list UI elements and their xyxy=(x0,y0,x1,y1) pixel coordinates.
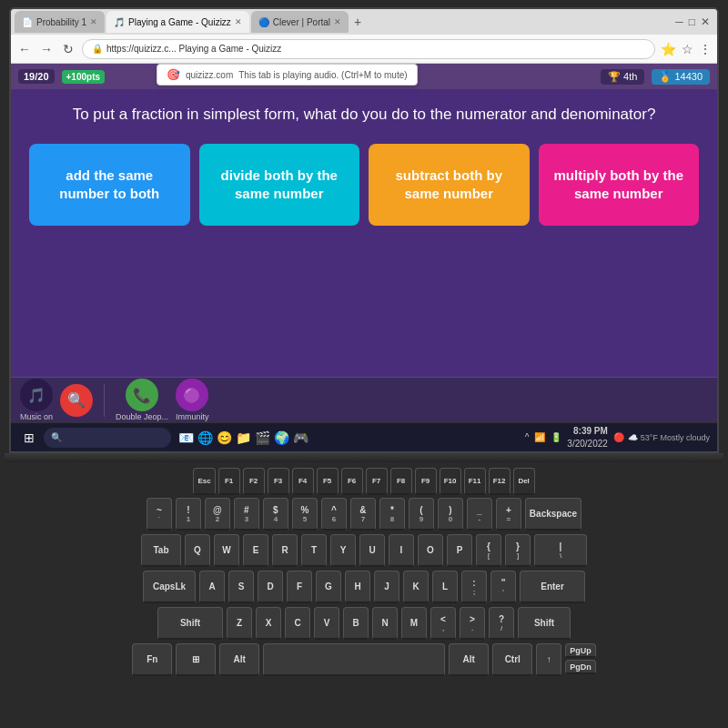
tray-arrow-icon[interactable]: ^ xyxy=(525,432,530,442)
key-r[interactable]: R xyxy=(272,534,298,567)
key-v[interactable]: V xyxy=(314,607,339,640)
key-esc[interactable]: Esc xyxy=(193,468,215,495)
key-shift-left[interactable]: Shift xyxy=(157,607,223,640)
key-p[interactable]: P xyxy=(447,534,472,567)
key-backslash[interactable]: |\ xyxy=(534,534,587,567)
key-alt-left[interactable]: Alt xyxy=(219,643,259,676)
key-e[interactable]: E xyxy=(243,534,268,567)
key-m[interactable]: M xyxy=(401,607,427,640)
key-c[interactable]: C xyxy=(285,607,310,640)
key-4[interactable]: $4 xyxy=(263,498,288,531)
key-tab[interactable]: Tab xyxy=(141,534,181,567)
taskbar-chrome-icon[interactable]: 🌍 xyxy=(274,430,289,445)
minimize-button[interactable]: ─ xyxy=(675,15,683,28)
taskbar-edge-icon[interactable]: 🌐 xyxy=(197,430,213,445)
key-1[interactable]: !1 xyxy=(176,498,201,531)
tab-clever[interactable]: 🔵 Clever | Portal ✕ xyxy=(251,11,349,33)
bookmark-icon[interactable]: ☆ xyxy=(682,42,693,56)
windows-start-button[interactable]: ⊞ xyxy=(18,430,40,445)
search-app-icon[interactable]: 🔍 xyxy=(60,384,93,417)
key-f1[interactable]: F1 xyxy=(218,468,240,495)
answer-card-2[interactable]: divide both by the same number xyxy=(199,144,360,226)
forward-button[interactable]: → xyxy=(38,42,55,56)
key-h[interactable]: H xyxy=(345,571,370,603)
key-g[interactable]: G xyxy=(316,571,341,603)
key-y[interactable]: Y xyxy=(330,534,356,567)
key-del[interactable]: Del xyxy=(513,468,535,495)
key-f11[interactable]: F11 xyxy=(464,468,486,495)
key-enter[interactable]: Enter xyxy=(520,571,585,603)
key-s[interactable]: S xyxy=(228,571,254,603)
taskbar-photos-icon[interactable]: 😊 xyxy=(217,430,232,445)
key-x[interactable]: X xyxy=(256,607,281,640)
key-t[interactable]: T xyxy=(301,534,327,567)
key-5[interactable]: %5 xyxy=(292,498,318,531)
settings-icon[interactable]: ⋮ xyxy=(699,42,712,56)
key-bracket-open[interactable]: {[ xyxy=(476,534,501,567)
music-app-icon[interactable]: 🎵 xyxy=(20,379,53,411)
key-f8[interactable]: F8 xyxy=(390,468,412,495)
key-z[interactable]: Z xyxy=(227,607,252,640)
key-2[interactable]: @2 xyxy=(205,498,230,531)
key-6[interactable]: ^6 xyxy=(321,498,347,531)
key-n[interactable]: N xyxy=(372,607,398,640)
close-button[interactable]: ✕ xyxy=(701,15,710,28)
key-3[interactable]: #3 xyxy=(234,498,259,531)
tab-clever-close[interactable]: ✕ xyxy=(334,17,341,26)
key-comma[interactable]: <, xyxy=(430,607,456,640)
key-9[interactable]: (9 xyxy=(409,498,434,531)
taskbar-media-icon[interactable]: 🎬 xyxy=(255,430,270,445)
taskbar-game-icon[interactable]: 🎮 xyxy=(293,430,308,445)
key-a[interactable]: A xyxy=(199,571,225,603)
key-period[interactable]: >. xyxy=(460,607,485,640)
key-f7[interactable]: F7 xyxy=(366,468,388,495)
key-l[interactable]: L xyxy=(432,571,458,603)
tab-quizizz[interactable]: 🎵 Playing a Game - Quizizz ✕ xyxy=(106,11,249,33)
key-ctrl-right[interactable]: Ctrl xyxy=(492,643,532,676)
key-windows[interactable]: ⊞ xyxy=(176,643,216,676)
key-shift-right[interactable]: Shift xyxy=(518,607,571,640)
key-semicolon[interactable]: :; xyxy=(461,571,487,603)
key-slash[interactable]: ?/ xyxy=(489,607,514,640)
key-f6[interactable]: F6 xyxy=(341,468,363,495)
key-7[interactable]: &7 xyxy=(350,498,376,531)
key-f12[interactable]: F12 xyxy=(489,468,511,495)
key-d[interactable]: D xyxy=(258,571,283,603)
key-f10[interactable]: F10 xyxy=(440,468,461,495)
answer-card-1[interactable]: add the same number to both xyxy=(29,144,190,226)
url-box[interactable]: 🔒 https://quizizz.c... Playing a Game - … xyxy=(82,39,655,59)
key-b[interactable]: B xyxy=(343,607,369,640)
key-alt-right[interactable]: Alt xyxy=(449,643,489,676)
key-fn[interactable]: Fn xyxy=(132,643,172,676)
key-q[interactable]: Q xyxy=(185,534,210,567)
back-button[interactable]: ← xyxy=(16,42,33,56)
new-tab-button[interactable]: + xyxy=(350,15,365,29)
key-minus[interactable]: _- xyxy=(467,498,492,531)
key-space[interactable] xyxy=(263,643,445,676)
key-f2[interactable]: F2 xyxy=(243,468,265,495)
key-w[interactable]: W xyxy=(214,534,239,567)
key-tilde[interactable]: ~` xyxy=(147,498,172,531)
key-bracket-close[interactable]: }] xyxy=(505,534,531,567)
taskbar-mail-icon[interactable]: 📧 xyxy=(178,430,194,445)
answer-card-4[interactable]: multiply both by the same number xyxy=(539,144,700,226)
key-k[interactable]: K xyxy=(403,571,429,603)
notification-icon[interactable]: 🔴 xyxy=(613,432,624,442)
immunity-icon[interactable]: 🟣 xyxy=(176,379,208,411)
tab-probability-close[interactable]: ✕ xyxy=(90,17,97,26)
key-equals[interactable]: += xyxy=(496,498,521,531)
key-f[interactable]: F xyxy=(287,571,312,603)
refresh-button[interactable]: ↻ xyxy=(60,42,76,56)
key-0[interactable]: )0 xyxy=(438,498,463,531)
key-f3[interactable]: F3 xyxy=(268,468,289,495)
key-capslock[interactable]: CapsLk xyxy=(143,571,196,603)
taskbar-explorer-icon[interactable]: 📁 xyxy=(236,430,251,445)
extensions-icon[interactable]: ⭐ xyxy=(661,42,676,56)
answer-card-3[interactable]: subtract both by same number xyxy=(369,144,530,226)
key-o[interactable]: O xyxy=(418,534,443,567)
key-quote[interactable]: "' xyxy=(490,571,516,603)
key-arrow-up[interactable]: ↑ xyxy=(536,643,561,676)
windows-search-box[interactable]: 🔍 xyxy=(44,428,171,448)
doublejeop-icon[interactable]: 📞 xyxy=(126,379,158,411)
tab-probability[interactable]: 📄 Probability 1 ✕ xyxy=(15,11,105,33)
